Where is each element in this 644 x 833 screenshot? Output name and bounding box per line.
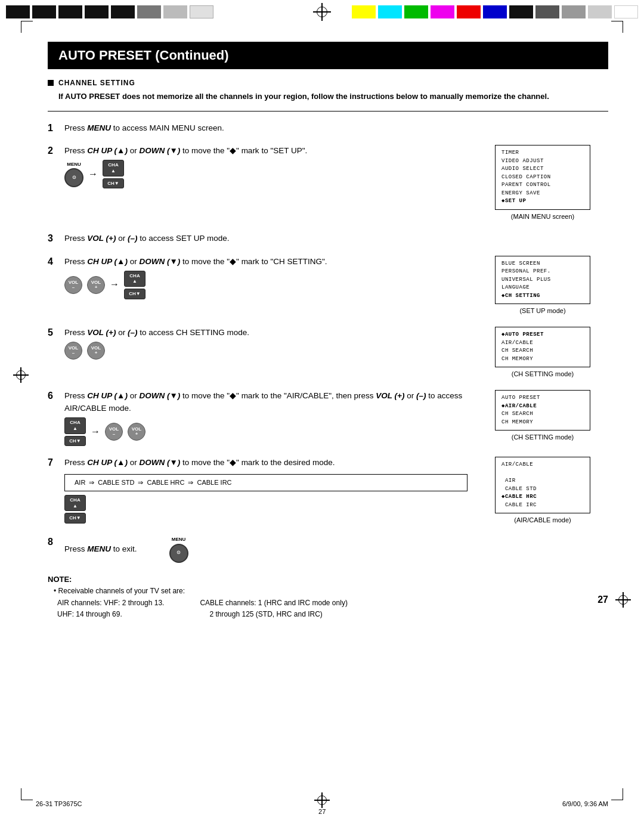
cha-up-4: CHA▲ [124,271,145,287]
step-6-num: 6 [48,391,58,401]
page-number: 27 [597,594,608,605]
cha-btns-2: CHA▲ CH▼ [103,160,124,188]
top-crosshair [313,3,331,21]
note-channels: AIR channels: VHF: 2 through 13. UHF: 14… [48,597,608,620]
vol-plus-6: VOL+ [128,423,145,441]
air-cable-screen: AIR/CABLE AIR CABLE STD ◆CABLE HRC CABLE… [495,457,590,513]
step-2: 2 Press CH UP (▲) or DOWN (▼) to move th… [48,145,608,222]
footer-crosshair-container: 27 [314,792,330,815]
cha-up-6: CHA▲ [64,417,86,433]
screen-4-4: LANGUAGE [501,284,584,292]
color-lightgray2 [588,5,612,18]
menu-label-2: MENU [67,161,81,168]
title-box: AUTO PRESET (Continued) [48,42,608,69]
screen-item-7: ◆SET UP [501,197,584,206]
color-white2 [614,5,638,18]
cable-air: AIR [71,478,89,488]
cha-up-2: CHA▲ [103,160,124,176]
step-5-num: 5 [48,327,58,338]
color-black2 [509,5,533,18]
color-blue [483,5,507,18]
block-7 [163,5,187,18]
step-4-content: Press CH UP (▲) or DOWN (▼) to move the … [64,256,608,317]
footer-left: 26-31 TP3675C [36,800,82,807]
screen-6-label: (CH SETTING mode) [512,432,574,442]
step-6-content: Press CH UP (▲) or DOWN (▼) to move the … [64,390,608,446]
cable-hrc: CABLE HRC [143,478,188,488]
screen-7-std: CABLE STD [501,485,584,494]
step-8-content: Press MENU to exit. MENU ⊙ [64,536,608,562]
screen-5-4: CH MEMORY [501,355,584,364]
screen-item-6: ENERGY SAVE [501,190,584,198]
color-cyan [378,5,402,18]
section-marker [48,80,54,86]
screen-7-irc: CABLE IRC [501,501,584,510]
step-3: 3 Press VOL (+) or (–) to access SET UP … [48,233,608,245]
color-red [457,5,481,18]
screen-7-hrc: ◆CABLE HRC [501,493,584,501]
step-1-content: Press MENU to access MAIN MENU screen. [64,122,608,135]
arrow-6: → [91,425,100,439]
screen-4-5: ◆CH SETTING [501,292,584,301]
cable-arr-2: ⇒ [138,478,143,488]
color-darkgray [535,5,559,18]
screen-4-1: BLUE SCREEN [501,260,584,268]
screen-7-air: AIR [501,477,584,485]
step-3-content: Press VOL (+) or (–) to access SET UP mo… [64,233,608,245]
step-5-content: Press VOL (+) or (–) to access CH SETTIN… [64,327,608,379]
menu-btn-8: ⊙ [169,544,188,563]
arrow-4: → [110,277,119,292]
cable-mode-diagram: AIR ⇒ CABLE STD ⇒ CABLE HRC ⇒ CABLE IRC [64,474,467,491]
screen-4-3: UNIVERSAL PLUS [501,276,584,284]
screen-item-5: PARENT CONTROL [501,181,584,190]
arrow-2: → [88,167,98,182]
screen-6-4: CH MEMORY [501,419,584,427]
screen-6-3: CH SEARCH [501,410,584,419]
color-green [404,5,428,18]
step-6: 6 Press CH UP (▲) or DOWN (▼) to move th… [48,390,608,446]
screen-7-label: (AIR/CABLE mode) [514,515,571,525]
cha-up-7: CHA▲ [64,495,86,511]
screen-5-3: CH SEARCH [501,347,584,355]
main-menu-screen: TIMER VIDEO ADJUST AUDIO SELECT CLOSED C… [495,145,590,210]
step-1: 1 Press MENU to access MAIN MENU screen. [48,122,608,135]
screen-7-blank [501,469,584,478]
color-magenta [431,5,454,18]
vol-minus-6: VOL– [105,423,123,441]
step-7: 7 Press CH UP (▲) or DOWN (▼) to move th… [48,457,608,525]
footer-center: 27 [318,808,326,815]
screen-2-label: (MAIN MENU screen) [511,212,574,222]
ch-setting-screen-5: ◆AUTO PRESET AIR/CABLE CH SEARCH CH MEMO… [495,327,590,367]
color-blocks [346,2,644,22]
block-8 [190,5,213,18]
screen-6-2: ◆AIR/CABLE [501,402,584,411]
note-bullet: • Receivable channels of your TV set are… [54,586,608,597]
step-5: 5 Press VOL (+) or (–) to access CH SETT… [48,327,608,379]
note-cable-channels: CABLE channels: 1 (HRC and IRC mode only… [200,597,347,620]
step-8-num: 8 [48,537,58,547]
step-8: 8 Press MENU to exit. MENU ⊙ [48,536,608,562]
channel-setting-title: CHANNEL SETTING [58,79,135,87]
block-3 [58,5,82,18]
block-5 [111,5,135,18]
block-2 [32,5,56,18]
step-7-content: Press CH UP (▲) or DOWN (▼) to move the … [64,457,608,525]
top-bar [0,0,644,24]
cha-down-6: CH▼ [64,436,86,447]
cha-down-2: CH▼ [103,178,124,189]
ch-setting-screen-6: AUTO PRESET ◆AIR/CABLE CH SEARCH CH MEMO… [495,390,590,431]
cha-btns-4: CHA▲ CH▼ [124,271,145,299]
cha-down-4: CH▼ [124,289,145,299]
cable-irc: CABLE IRC [193,478,235,488]
page-content: AUTO PRESET (Continued) CHANNEL SETTING … [0,24,644,644]
step-1-num: 1 [48,123,58,134]
screen-6-1: AUTO PRESET [501,394,584,402]
bottom-crosshair [314,792,330,808]
step-3-num: 3 [48,233,58,244]
step-2-content: Press CH UP (▲) or DOWN (▼) to move the … [64,145,608,222]
screen-item-4: CLOSED CAPTION [501,174,584,182]
note-air-channels: AIR channels: VHF: 2 through 13. UHF: 14… [48,597,164,620]
screen-4-label: (SET UP mode) [519,306,565,316]
menu-exit-label: MENU [172,536,186,543]
step-4-num: 4 [48,256,58,267]
